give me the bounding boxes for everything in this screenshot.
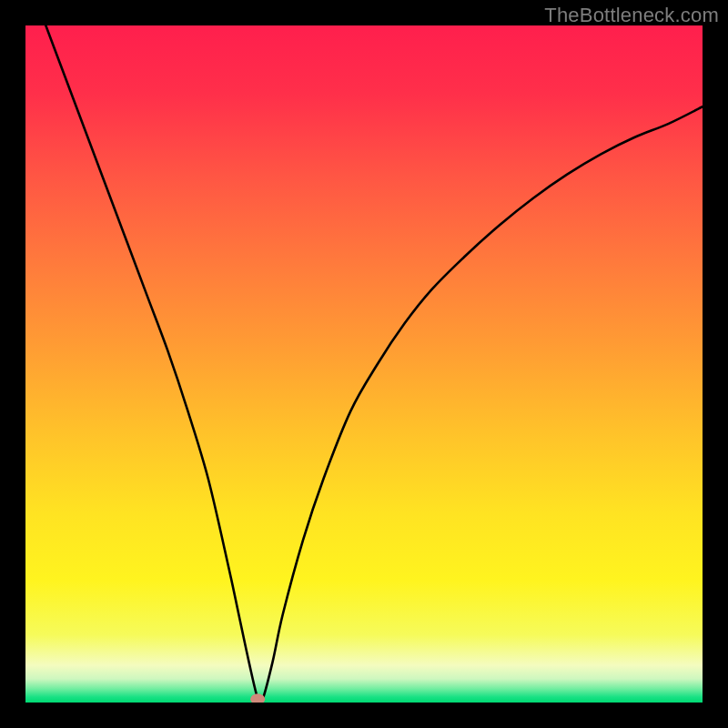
chart-background <box>25 25 703 703</box>
watermark-text: TheBottleneck.com <box>544 4 719 27</box>
chart-svg <box>25 25 703 703</box>
chart-plot-area <box>25 25 703 703</box>
chart-frame: TheBottleneck.com <box>0 0 728 728</box>
